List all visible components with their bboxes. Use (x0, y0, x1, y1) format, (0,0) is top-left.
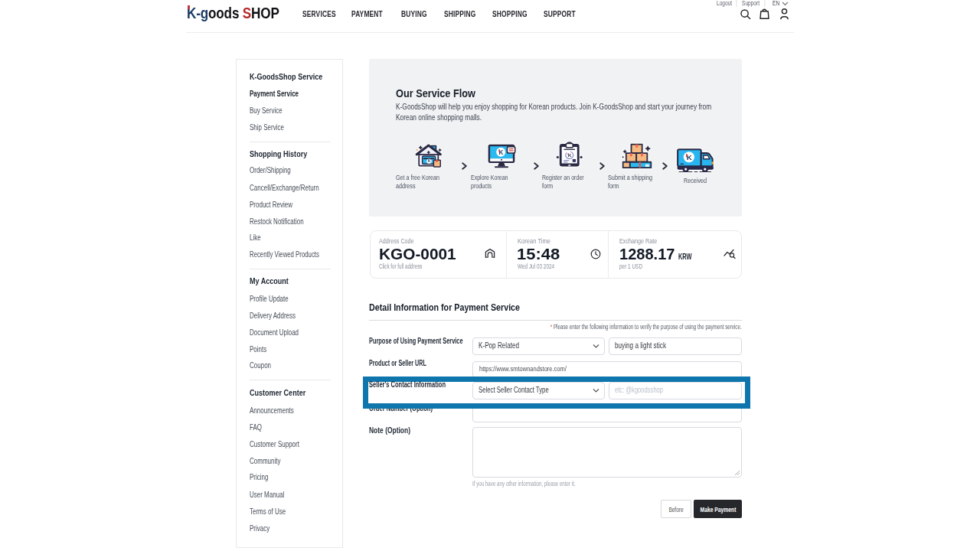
svg-text:K: K (687, 152, 692, 161)
svg-text:K: K (427, 159, 430, 163)
